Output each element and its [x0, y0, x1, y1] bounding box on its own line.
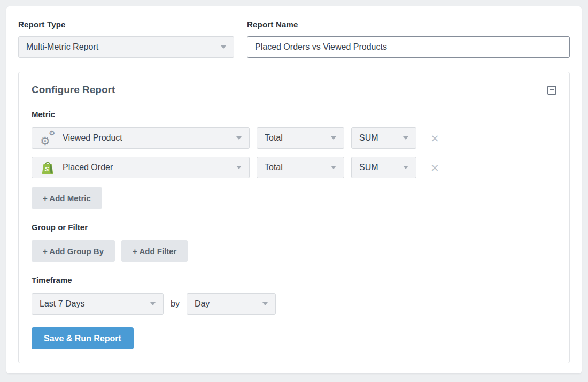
save-run-report-button[interactable]: Save & Run Report	[32, 327, 134, 349]
configure-report-header: Configure Report	[32, 84, 556, 96]
group-filter-section-label: Group or Filter	[32, 223, 556, 232]
report-type-value: Multi-Metric Report	[26, 42, 215, 52]
timeframe-row: Last 7 Days by Day	[32, 293, 556, 315]
metric-row: S Placed Order Total SUM ×	[32, 157, 556, 178]
svg-text:S: S	[45, 165, 49, 172]
chevron-down-icon	[331, 166, 336, 169]
report-type-field: Report Type Multi-Metric Report	[18, 20, 234, 58]
gears-icon: ⚙ ⚙	[40, 131, 56, 146]
aggregation-value: Total	[265, 133, 326, 143]
report-name-input[interactable]	[247, 36, 570, 58]
chevron-down-icon	[150, 302, 156, 305]
metric-name: Placed Order	[63, 163, 231, 172]
chevron-down-icon	[331, 136, 336, 140]
configure-report-title: Configure Report	[32, 84, 115, 96]
aggregation-select[interactable]: Total	[257, 127, 344, 149]
by-label: by	[171, 299, 180, 309]
add-filter-button[interactable]: + Add Filter	[121, 240, 188, 262]
add-group-by-button[interactable]: + Add Group By	[32, 240, 115, 262]
interval-select[interactable]: Day	[187, 293, 276, 315]
metric-row: ⚙ ⚙ Viewed Product Total SUM ×	[32, 127, 556, 149]
chevron-down-icon	[262, 302, 268, 305]
remove-metric-icon[interactable]: ×	[430, 133, 439, 143]
function-select[interactable]: SUM	[351, 127, 416, 149]
timeframe-section-label: Timeframe	[32, 276, 556, 285]
report-name-label: Report Name	[247, 20, 570, 29]
function-select[interactable]: SUM	[351, 157, 416, 178]
timeframe-select[interactable]: Last 7 Days	[32, 293, 164, 315]
report-type-label: Report Type	[18, 20, 234, 29]
shopify-icon: S	[40, 161, 56, 175]
minus-square-icon[interactable]	[547, 86, 556, 95]
chevron-down-icon	[403, 166, 408, 169]
interval-value: Day	[195, 299, 257, 309]
group-filter-row: + Add Group By + Add Filter	[32, 240, 556, 262]
chevron-down-icon	[221, 45, 226, 49]
add-metric-button[interactable]: + Add Metric	[32, 187, 102, 209]
report-builder-card: Report Type Multi-Metric Report Report N…	[6, 6, 582, 374]
function-value: SUM	[359, 163, 398, 172]
remove-metric-icon[interactable]: ×	[430, 162, 439, 173]
aggregation-select[interactable]: Total	[257, 157, 344, 178]
chevron-down-icon	[236, 136, 242, 140]
function-value: SUM	[359, 133, 398, 143]
metric-section-label: Metric	[32, 110, 556, 119]
metric-select[interactable]: ⚙ ⚙ Viewed Product	[32, 127, 250, 149]
chevron-down-icon	[236, 166, 242, 169]
report-type-select[interactable]: Multi-Metric Report	[18, 36, 234, 58]
report-name-field: Report Name	[247, 20, 570, 58]
aggregation-value: Total	[265, 163, 326, 172]
metric-name: Viewed Product	[63, 133, 231, 143]
configure-report-panel: Configure Report Metric ⚙ ⚙ Viewed Produ…	[18, 72, 570, 363]
timeframe-value: Last 7 Days	[40, 299, 145, 309]
top-row: Report Type Multi-Metric Report Report N…	[18, 20, 570, 58]
metric-select[interactable]: S Placed Order	[32, 157, 250, 178]
chevron-down-icon	[403, 136, 408, 140]
